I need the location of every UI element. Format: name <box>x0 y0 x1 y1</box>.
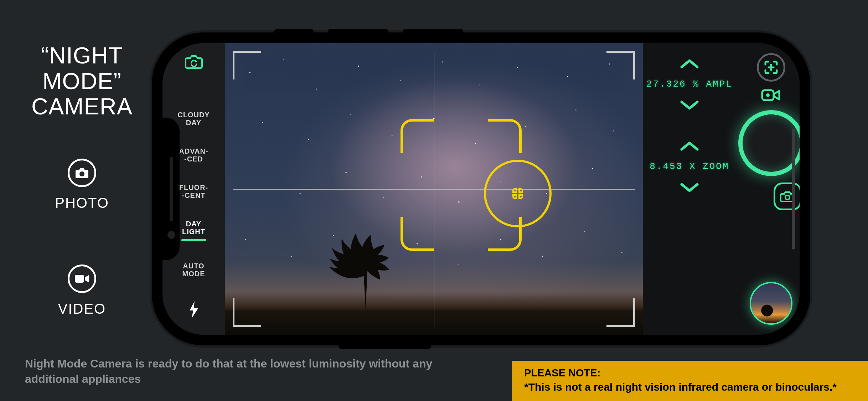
control-panel: 27.326 % AMPL 8.453 X ZOOM <box>643 43 800 335</box>
svg-point-8 <box>479 84 480 85</box>
promo-video: VIDEO <box>16 264 148 317</box>
svg-point-39 <box>621 252 622 253</box>
svg-point-19 <box>575 109 577 110</box>
camera-switch-button[interactable] <box>185 54 203 70</box>
svg-point-35 <box>459 264 459 265</box>
promo-title: “NIGHT MODE” CAMERA <box>16 43 148 119</box>
phone-notch <box>162 118 180 260</box>
svg-point-18 <box>525 126 526 127</box>
svg-point-41 <box>766 93 770 97</box>
mode-label: CLOUDY <box>162 111 225 119</box>
camera-icon <box>68 159 96 187</box>
phone-side-button <box>274 29 314 34</box>
promo-title-line: “NIGHT <box>41 42 123 68</box>
footer-note-heading: PLEASE NOTE: <box>524 366 856 380</box>
footer-note-body: *This is not a real night vision infrare… <box>524 380 856 394</box>
camera-app: CLOUDYDAYADVAN--CEDFLUOR--CENTDAYLIGHTAU… <box>162 43 800 335</box>
promo-photo: PHOTO <box>16 159 148 211</box>
viewfinder-corner <box>233 51 261 79</box>
svg-rect-1 <box>75 275 84 283</box>
svg-point-24 <box>383 197 384 198</box>
svg-point-28 <box>546 193 547 194</box>
footer-caption: Night Mode Camera is ready to do that at… <box>25 356 470 387</box>
svg-point-22 <box>300 193 301 194</box>
viewfinder[interactable] <box>225 43 643 335</box>
phone-side-button <box>403 29 463 34</box>
svg-point-11 <box>609 63 610 65</box>
svg-point-4 <box>316 89 317 90</box>
tree-silhouette <box>321 228 414 310</box>
svg-point-37 <box>542 256 543 257</box>
svg-point-38 <box>584 231 585 232</box>
ampl-readout: 27.326 % AMPL <box>646 79 733 89</box>
footer-note: PLEASE NOTE: *This is not a real night v… <box>512 361 868 401</box>
svg-point-13 <box>308 139 309 140</box>
video-icon <box>68 264 96 293</box>
photo-mode-button[interactable] <box>774 182 800 210</box>
svg-point-15 <box>392 135 393 136</box>
focus-bracket <box>401 119 522 251</box>
promo-title-line: MODE” <box>42 68 122 94</box>
promo-photo-label: PHOTO <box>55 195 109 211</box>
phone-side-button <box>339 344 431 349</box>
svg-point-29 <box>592 168 593 169</box>
ampl-up-button[interactable] <box>677 57 702 71</box>
svg-point-12 <box>262 122 263 123</box>
video-mode-button[interactable] <box>761 88 781 104</box>
mode-label: AUTO <box>162 262 225 270</box>
front-camera <box>167 231 175 239</box>
svg-point-5 <box>358 66 359 67</box>
svg-point-0 <box>79 171 84 176</box>
zoom-down-button[interactable] <box>677 180 702 195</box>
svg-point-31 <box>291 256 292 257</box>
home-indicator <box>792 128 795 250</box>
gallery-thumbnail[interactable] <box>750 282 792 325</box>
ampl-down-button[interactable] <box>677 98 702 112</box>
svg-point-9 <box>517 67 518 68</box>
svg-point-14 <box>350 114 351 114</box>
phone-side-button <box>328 29 388 34</box>
zoom-up-button[interactable] <box>677 139 702 153</box>
phone-screen: CLOUDYDAYADVAN--CEDFLUOR--CENTDAYLIGHTAU… <box>162 43 800 335</box>
svg-point-3 <box>283 60 284 60</box>
svg-point-42 <box>785 195 790 200</box>
flash-button[interactable] <box>188 300 200 320</box>
shutter-button[interactable] <box>738 110 800 176</box>
zoom-readout: 8.453 X ZOOM <box>650 161 729 172</box>
promo-panel: “NIGHT MODE” CAMERA PHOTO VIDEO <box>16 43 148 317</box>
mode-label: MODE <box>162 270 225 278</box>
promo-title-line: CAMERA <box>31 93 133 119</box>
mode-auto[interactable]: AUTOMODE <box>162 262 225 278</box>
svg-point-20 <box>613 130 614 131</box>
svg-point-23 <box>345 172 347 174</box>
viewfinder-corner <box>606 51 635 79</box>
svg-point-6 <box>400 80 401 81</box>
phone-frame: CLOUDYDAYADVAN--CEDFLUOR--CENTDAYLIGHTAU… <box>153 34 809 344</box>
svg-point-21 <box>254 181 254 181</box>
speaker <box>170 157 173 221</box>
adjust-column: 27.326 % AMPL 8.453 X ZOOM <box>643 43 736 335</box>
action-column <box>736 43 800 335</box>
focus-add-button[interactable] <box>757 53 785 82</box>
svg-point-30 <box>245 239 246 240</box>
promo-video-label: VIDEO <box>58 301 106 317</box>
svg-point-2 <box>249 72 250 73</box>
svg-point-10 <box>567 76 568 77</box>
svg-point-7 <box>441 61 443 62</box>
